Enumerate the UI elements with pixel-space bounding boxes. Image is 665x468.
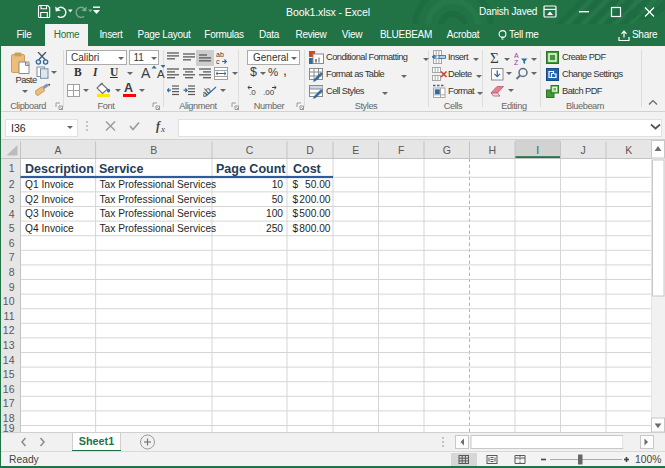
svg-text:A: A (514, 52, 519, 59)
svg-text:B: B (150, 144, 157, 156)
svg-text:250: 250 (266, 223, 283, 234)
svg-text:500.00: 500.00 (299, 208, 330, 219)
svg-text:ab: ab (216, 51, 224, 58)
svg-text:200.00: 200.00 (299, 194, 330, 205)
svg-text:Z: Z (514, 59, 519, 65)
svg-text:10: 10 (3, 295, 15, 307)
svg-text:4: 4 (9, 208, 15, 220)
svg-text:Q4 Invoice: Q4 Invoice (25, 223, 74, 234)
svg-text:14: 14 (3, 354, 15, 366)
svg-text:Description: Description (25, 162, 94, 176)
svg-text:Tax Professional Services: Tax Professional Services (100, 179, 217, 190)
svg-text:x: x (160, 124, 165, 134)
svg-text:12: 12 (3, 324, 15, 336)
svg-text:$: $ (293, 194, 299, 205)
svg-text:50.00: 50.00 (305, 179, 331, 190)
svg-text:E: E (352, 144, 359, 156)
svg-text:Page Count: Page Count (216, 162, 286, 176)
svg-text:.0: .0 (249, 88, 256, 97)
svg-text:H: H (488, 144, 496, 156)
svg-text:I: I (536, 144, 539, 156)
svg-text:15: 15 (3, 368, 15, 380)
svg-text:10: 10 (272, 179, 284, 190)
svg-text:19: 19 (3, 422, 15, 432)
svg-text:Service: Service (99, 162, 144, 176)
svg-text:Tax Professional Services: Tax Professional Services (100, 208, 217, 219)
svg-text:.00: .00 (263, 88, 275, 97)
svg-text:A: A (157, 68, 165, 80)
svg-text:Q2 Invoice: Q2 Invoice (25, 194, 74, 205)
svg-text:5: 5 (9, 222, 15, 234)
svg-text:c: c (216, 58, 220, 65)
svg-text:7: 7 (9, 251, 15, 263)
svg-text:1: 1 (9, 162, 15, 174)
svg-text:Q1 Invoice: Q1 Invoice (25, 179, 74, 190)
svg-text:9: 9 (9, 281, 15, 293)
svg-text:$: $ (293, 223, 299, 234)
svg-text:11: 11 (4, 310, 15, 322)
svg-text:50: 50 (272, 194, 284, 205)
svg-text:100: 100 (266, 208, 283, 219)
svg-text:16: 16 (3, 383, 15, 395)
svg-text:3: 3 (9, 193, 15, 205)
svg-text:A: A (141, 65, 151, 80)
svg-text:F: F (398, 144, 404, 156)
svg-text:2: 2 (9, 178, 15, 190)
svg-text:Cost: Cost (293, 162, 322, 176)
svg-text:13: 13 (3, 339, 15, 351)
svg-text:A: A (54, 144, 61, 156)
svg-text:Tax Professional Services: Tax Professional Services (100, 194, 217, 205)
svg-text:$: $ (293, 179, 299, 190)
svg-text:8: 8 (9, 266, 15, 278)
svg-text:17: 17 (3, 397, 15, 409)
svg-text:J: J (581, 144, 586, 156)
svg-text:6: 6 (9, 237, 15, 249)
svg-text:$: $ (293, 208, 299, 219)
svg-text:G: G (443, 144, 451, 156)
svg-text:D: D (306, 144, 314, 156)
svg-text:Tax Professional Services: Tax Professional Services (100, 223, 217, 234)
svg-text:K: K (625, 144, 632, 156)
svg-text:Q3 Invoice: Q3 Invoice (25, 208, 74, 219)
svg-text:800.00: 800.00 (299, 223, 330, 234)
svg-text:C: C (246, 144, 254, 156)
